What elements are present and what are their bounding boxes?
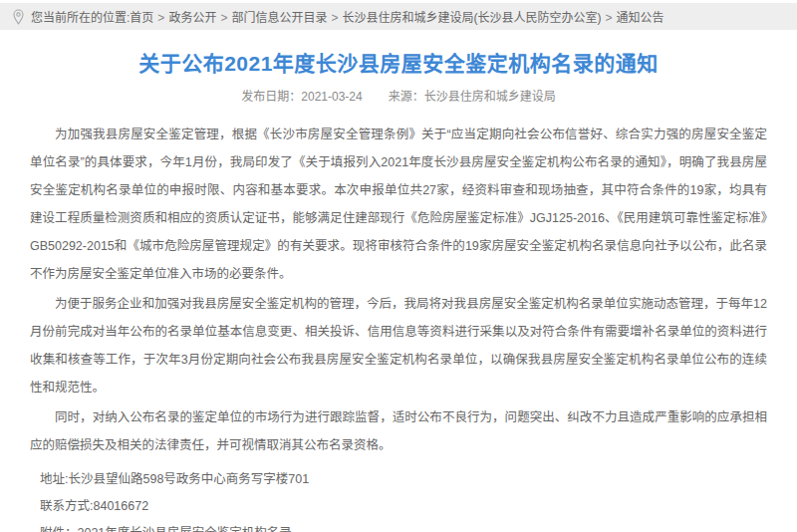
body-paragraph: 为便于服务企业和加强对我县房屋安全鉴定机构的管理，今后，我局将对我县房屋安全鉴定… [30, 290, 767, 401]
source-label: 来源： [389, 90, 424, 104]
breadcrumb-items: 首页>政务公开>部门信息公开目录>长沙县住房和城乡建设局(长沙县人民防空办公室)… [130, 8, 664, 25]
body-paragraph: 同时，对纳入公布名录的鉴定单位的市场行为进行跟踪监督，适时公布不良行为，问题突出… [30, 403, 767, 459]
contact-line: 联系方式:84016672 [0, 496, 797, 516]
attachment-name: 2021年度长沙县房屋安全鉴定机构名录 [78, 526, 292, 532]
notice-article: 关于公布2021年度长沙县房屋安全鉴定机构名录的通知 发布日期：2021-03-… [0, 47, 797, 532]
article-body: 为加强我县房屋安全鉴定管理，根据《长沙市房屋安全管理条例》关于“应当定期向社会公… [0, 121, 797, 459]
breadcrumb-item[interactable]: 长沙县住房和城乡建设局(长沙县人民防空办公室) [342, 11, 601, 25]
breadcrumb-item[interactable]: 通知公告 [616, 11, 664, 25]
article-meta: 发布日期：2021-03-24来源：长沙县住房和城乡建设局 [0, 87, 797, 104]
attachment-line: 附件：2021年度长沙县房屋安全鉴定机构名录 [0, 523, 797, 532]
breadcrumb-separator: > [605, 11, 612, 25]
location-pin-icon [12, 9, 25, 25]
publish-date: 2021-03-24 [301, 90, 362, 104]
breadcrumb-separator: > [220, 11, 227, 25]
attachment-label: 附件： [40, 526, 78, 532]
breadcrumb-item[interactable]: 部门信息公开目录 [231, 11, 327, 25]
body-paragraph: 为加强我县房屋安全鉴定管理，根据《长沙市房屋安全管理条例》关于“应当定期向社会公… [30, 121, 767, 288]
breadcrumb-separator: > [331, 11, 338, 25]
address-line: 地址:长沙县望仙路598号政务中心商务写字楼701 [0, 469, 797, 489]
page: 您当前所在的位置: 首页>政务公开>部门信息公开目录>长沙县住房和城乡建设局(长… [0, 3, 797, 532]
breadcrumb-separator: > [157, 11, 164, 25]
page-title: 关于公布2021年度长沙县房屋安全鉴定机构名录的通知 [0, 47, 797, 77]
breadcrumb-item[interactable]: 首页 [130, 11, 153, 25]
source-value: 长沙县住房和城乡建设局 [424, 90, 556, 104]
breadcrumb-prefix: 您当前所在的位置: [31, 8, 130, 25]
breadcrumb: 您当前所在的位置: 首页>政务公开>部门信息公开目录>长沙县住房和城乡建设局(长… [0, 3, 797, 30]
publish-date-label: 发布日期： [241, 90, 301, 104]
breadcrumb-item[interactable]: 政务公开 [168, 11, 216, 25]
